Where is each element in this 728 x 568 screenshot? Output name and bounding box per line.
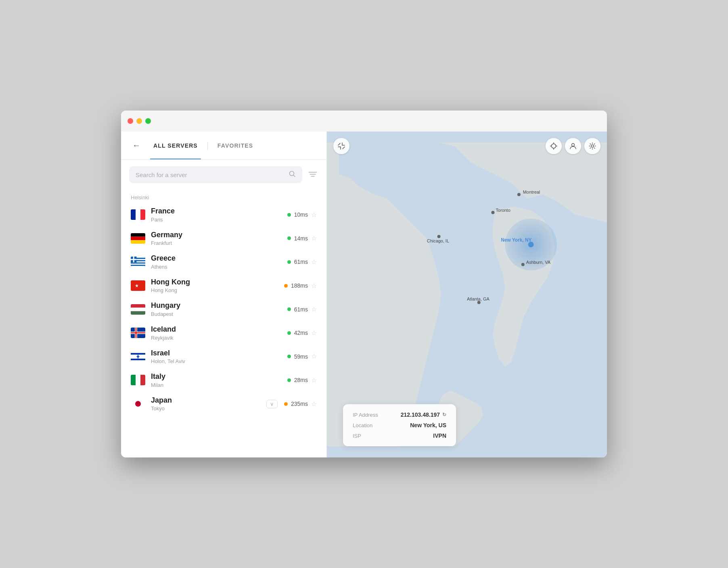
crosshair-button[interactable] [546,138,562,154]
svg-rect-23 [131,307,145,311]
map-area: Montreal Toronto Chicago, IL New York, N… [327,132,607,457]
compress-button[interactable] [333,138,349,154]
favorite-iceland[interactable]: ☆ [311,329,317,337]
svg-rect-29 [131,332,145,334]
ping-hungary: 61ms [294,306,308,313]
server-item-hungary[interactable]: Hungary Budapest 61ms ☆ [121,297,326,321]
ping-iceland: 42ms [294,330,308,336]
svg-rect-15 [131,264,145,265]
svg-rect-31 [131,353,145,355]
traffic-lights [128,118,151,124]
server-info-israel: Israel Holon, Tel Aviv [151,349,282,365]
svg-point-60 [591,145,594,147]
flag-israel [131,351,145,362]
ping-germany: 14ms [294,235,308,242]
ping-italy: 28ms [294,377,308,383]
flag-italy [131,375,145,385]
favorite-hungary[interactable]: ☆ [311,305,317,313]
app-window: ← ALL SERVERS FAVORITES [121,111,607,457]
server-item-greece[interactable]: Greece Athens 61ms ☆ [121,250,326,274]
favorite-israel[interactable]: ☆ [311,353,317,360]
svg-point-50 [521,263,525,266]
info-card: IP Address 212.103.48.197 ↻ Location New… [343,404,456,446]
location-value: New York, US [410,422,446,428]
svg-rect-8 [131,233,145,237]
server-info-italy: Italy Milan [151,372,282,388]
flag-iceland [131,328,145,338]
server-name-italy: Italy [151,372,282,381]
sidebar: ← ALL SERVERS FAVORITES [121,132,327,457]
svg-rect-22 [131,304,145,308]
svg-rect-9 [131,237,145,240]
server-city-japan: Tokyo [151,405,261,411]
svg-text:New York, NY: New York, NY [501,237,531,243]
search-input[interactable] [136,171,285,178]
server-name-iceland: Iceland [151,325,282,334]
favorite-greece[interactable]: ☆ [311,258,317,266]
svg-point-52 [477,301,481,304]
fullscreen-button[interactable] [145,118,151,124]
isp-label: ISP [353,433,361,439]
server-city-germany: Frankfurt [151,240,282,246]
server-item-italy[interactable]: Italy Milan 28ms ☆ [121,368,326,392]
ping-dot-germany [287,236,291,240]
svg-rect-10 [131,240,145,244]
titlebar [121,111,607,132]
isp-value: IVPN [433,432,446,439]
svg-point-59 [572,144,575,146]
server-item-iceland[interactable]: Iceland Reykjavik 42ms ☆ [121,321,326,345]
ping-dot-israel [287,355,291,358]
close-button[interactable] [128,118,133,124]
ping-dot-iceland [287,331,291,335]
svg-rect-32 [131,359,145,360]
svg-rect-19 [131,259,136,260]
map-toolbar-left [333,138,349,154]
server-item-japan[interactable]: Japan Tokyo ∨ 235ms ☆ [121,392,326,416]
ping-dot-japan [284,402,288,406]
server-name-greece: Greece [151,254,282,263]
favorite-japan[interactable]: ☆ [311,400,317,408]
ping-france: 10ms [294,211,308,218]
tab-all-servers[interactable]: ALL SERVERS [150,132,201,159]
server-name-france: France [151,207,282,216]
svg-rect-24 [131,311,145,315]
minimize-button[interactable] [136,118,142,124]
tab-divider [207,142,208,150]
tab-favorites[interactable]: FAVORITES [214,132,256,159]
server-item-hongkong[interactable]: Hong Kong Hong Kong 188ms ☆ [121,274,326,298]
server-meta-hungary: 61ms ☆ [287,305,317,313]
ping-israel: 59ms [294,353,308,360]
server-list: Helsinki France Paris [121,190,326,457]
server-info-hungary: Hungary Budapest [151,301,282,317]
svg-rect-37 [140,375,145,385]
server-name-israel: Israel [151,349,282,358]
favorite-hongkong[interactable]: ☆ [311,282,317,290]
info-row-isp: ISP IVPN [353,432,446,439]
ip-label: IP Address [353,412,378,418]
ip-value: 212.103.48.197 ↻ [401,411,446,418]
favorite-germany[interactable]: ☆ [311,234,317,242]
server-item-germany[interactable]: Germany Frankfurt 14ms ☆ [121,227,326,251]
svg-point-43 [491,211,494,214]
flag-greece [131,257,145,267]
settings-button[interactable] [584,138,600,154]
server-meta-italy: 28ms ☆ [287,376,317,384]
svg-text:Ashburn, VA: Ashburn, VA [526,260,551,265]
main-content: ← ALL SERVERS FAVORITES [121,132,607,457]
expand-japan[interactable]: ∨ [266,400,278,408]
back-button[interactable]: ← [131,139,142,152]
server-name-germany: Germany [151,231,282,240]
filter-button[interactable] [307,169,318,181]
server-item-france[interactable]: France Paris 10ms ☆ [121,203,326,227]
refresh-ip-icon[interactable]: ↻ [442,412,446,418]
server-info-iceland: Iceland Reykjavik [151,325,282,341]
favorite-italy[interactable]: ☆ [311,376,317,384]
server-name-japan: Japan [151,396,261,405]
favorite-france[interactable]: ☆ [311,211,317,219]
ping-dot-france [287,213,291,217]
server-item-israel[interactable]: Israel Holon, Tel Aviv 59ms ☆ [121,345,326,369]
server-info-hongkong: Hong Kong Hong Kong [151,278,278,294]
svg-rect-36 [136,375,140,385]
user-button[interactable] [565,138,581,154]
ping-hongkong: 188ms [291,282,308,289]
